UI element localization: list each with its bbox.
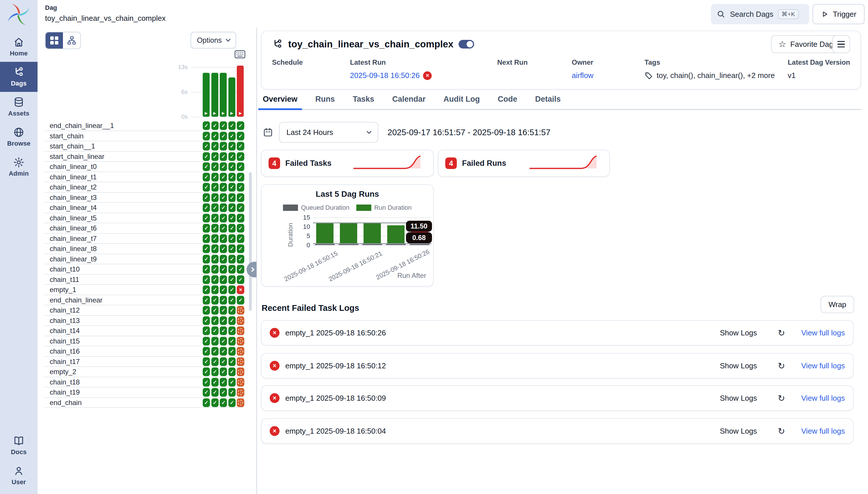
task-instance-success[interactable]: ✓ xyxy=(203,398,210,407)
task-instance-success[interactable]: ✓ xyxy=(203,183,210,192)
task-instance-success[interactable]: ✓ xyxy=(237,193,244,202)
view-full-logs-link[interactable]: View full logs xyxy=(801,361,845,370)
task-instance-upstream-failed[interactable]: ↑ xyxy=(237,398,244,407)
task-name[interactable]: chain_t12 xyxy=(50,306,80,314)
task-instance-success[interactable]: ✓ xyxy=(220,306,227,315)
task-instance-success[interactable]: ✓ xyxy=(220,244,227,253)
dag-pause-toggle[interactable] xyxy=(458,40,474,49)
task-instance-success[interactable]: ✓ xyxy=(237,275,244,284)
task-instance-success[interactable]: ✓ xyxy=(211,142,219,151)
task-instance-success[interactable]: ✓ xyxy=(203,296,210,304)
sidebar-item-dags[interactable]: Dags xyxy=(0,62,38,92)
task-instance-upstream-failed[interactable]: ↑ xyxy=(237,347,244,356)
task-instance-success[interactable]: ✓ xyxy=(203,347,210,356)
view-full-logs-link[interactable]: View full logs xyxy=(801,394,845,403)
task-instance-success[interactable]: ✓ xyxy=(220,337,227,345)
task-name[interactable]: chain_t14 xyxy=(50,327,80,335)
task-instance-success[interactable]: ✓ xyxy=(229,163,236,171)
task-instance-success[interactable]: ✓ xyxy=(211,367,219,376)
task-instance-success[interactable]: ✓ xyxy=(203,337,210,345)
chart-bar-success[interactable] xyxy=(340,223,357,245)
task-instance-success[interactable]: ✓ xyxy=(229,347,236,356)
task-name[interactable]: end_chain xyxy=(50,399,82,407)
task-instance-success[interactable]: ✓ xyxy=(229,275,236,284)
task-instance-success[interactable]: ✓ xyxy=(203,203,210,212)
task-instance-upstream-failed[interactable]: ↑ xyxy=(237,316,244,325)
task-instance-success[interactable]: ✓ xyxy=(203,367,210,376)
task-instance-upstream-failed[interactable]: ↑ xyxy=(237,378,244,386)
task-name[interactable]: chain_linear_t8 xyxy=(50,245,97,253)
task-instance-success[interactable]: ✓ xyxy=(211,163,219,171)
task-instance-success[interactable]: ✓ xyxy=(211,337,219,345)
chart-bar-success[interactable] xyxy=(363,223,381,245)
task-instance-success[interactable]: ✓ xyxy=(203,214,210,223)
refresh-icon[interactable]: ↻ xyxy=(778,361,785,371)
task-instance-success[interactable]: ✓ xyxy=(237,214,244,223)
task-instance-success[interactable]: ✓ xyxy=(229,316,236,325)
task-instance-success[interactable]: ✓ xyxy=(211,347,219,356)
task-name[interactable]: chain_t18 xyxy=(50,378,80,386)
dag-run-bar[interactable]: ▶ xyxy=(229,77,235,117)
task-instance-success[interactable]: ✓ xyxy=(220,183,227,192)
task-instance-success[interactable]: ✓ xyxy=(211,173,219,182)
task-instance-success[interactable]: ✓ xyxy=(229,234,236,243)
task-name[interactable]: chain_linear_t4 xyxy=(50,204,97,212)
task-instance-success[interactable]: ✓ xyxy=(211,183,219,192)
task-instance-success[interactable]: ✓ xyxy=(220,285,227,294)
task-name[interactable]: chain_linear_t0 xyxy=(50,163,97,171)
task-name[interactable]: chain_linear_t7 xyxy=(50,234,97,243)
task-name[interactable]: chain_t19 xyxy=(50,388,80,396)
dag-run-bar[interactable]: ▶ xyxy=(203,73,210,117)
task-name[interactable]: chain_t10 xyxy=(50,265,80,273)
task-instance-success[interactable]: ✓ xyxy=(229,152,236,161)
refresh-icon[interactable]: ↻ xyxy=(778,328,785,338)
task-instance-success[interactable]: ✓ xyxy=(229,398,236,407)
task-instance-success[interactable]: ✓ xyxy=(211,296,219,304)
task-instance-success[interactable]: ✓ xyxy=(203,163,210,171)
tags-value[interactable]: toy, chain(), chain_linear(), +2 more xyxy=(657,71,775,80)
task-instance-upstream-failed[interactable]: ↑ xyxy=(237,388,244,397)
sidebar-item-browse[interactable]: Browse xyxy=(0,122,38,152)
task-instance-success[interactable]: ✓ xyxy=(220,255,227,264)
task-instance-success[interactable]: ✓ xyxy=(220,163,227,171)
wrap-button[interactable]: Wrap xyxy=(821,296,854,313)
refresh-icon[interactable]: ↻ xyxy=(778,426,785,436)
options-button[interactable]: Options xyxy=(191,32,236,49)
failed-tasks-card[interactable]: 4 Failed Tasks xyxy=(261,150,434,177)
task-instance-success[interactable]: ✓ xyxy=(237,132,244,140)
task-instance-success[interactable]: ✓ xyxy=(203,234,210,243)
failed-runs-card[interactable]: 4 Failed Runs xyxy=(438,150,610,177)
task-instance-success[interactable]: ✓ xyxy=(220,193,227,202)
task-instance-success[interactable]: ✓ xyxy=(237,183,244,192)
task-instance-success[interactable]: ✓ xyxy=(211,121,219,130)
task-instance-upstream-failed[interactable]: ↑ xyxy=(237,337,244,345)
task-instance-success[interactable]: ✓ xyxy=(237,255,244,264)
tab-code[interactable]: Code xyxy=(496,95,519,109)
task-instance-success[interactable]: ✓ xyxy=(229,244,236,253)
task-instance-success[interactable]: ✓ xyxy=(203,388,210,397)
task-instance-success[interactable]: ✓ xyxy=(229,193,236,202)
show-logs-button[interactable]: Show Logs xyxy=(720,328,757,338)
task-instance-success[interactable]: ✓ xyxy=(211,306,219,315)
show-logs-button[interactable]: Show Logs xyxy=(720,361,757,370)
task-instance-upstream-failed[interactable]: ↑ xyxy=(237,306,244,315)
task-instance-success[interactable]: ✓ xyxy=(229,357,236,366)
dag-run-bar[interactable]: ▶ xyxy=(211,73,218,117)
task-instance-success[interactable]: ✓ xyxy=(211,214,219,223)
task-instance-success[interactable]: ✓ xyxy=(229,306,236,315)
task-instance-success[interactable]: ✓ xyxy=(229,337,236,345)
task-instance-success[interactable]: ✓ xyxy=(229,378,236,386)
task-instance-success[interactable]: ✓ xyxy=(211,255,219,264)
airflow-logo[interactable] xyxy=(6,2,32,27)
task-instance-success[interactable]: ✓ xyxy=(237,142,244,151)
task-instance-success[interactable]: ✓ xyxy=(229,214,236,223)
sidebar-item-admin[interactable]: Admin xyxy=(0,152,38,182)
latest-run-link[interactable]: 2025-09-18 16:50:26 xyxy=(350,71,419,80)
task-instance-success[interactable]: ✓ xyxy=(211,265,219,273)
task-name[interactable]: end_chain_linear__1 xyxy=(50,121,114,130)
task-name[interactable]: chain_linear_t3 xyxy=(50,193,97,202)
dag-run-bar[interactable]: ▶ xyxy=(237,65,244,117)
task-name[interactable]: chain_linear_t2 xyxy=(50,183,97,191)
task-instance-success[interactable]: ✓ xyxy=(211,224,219,232)
task-instance-failed[interactable]: × xyxy=(237,285,244,294)
